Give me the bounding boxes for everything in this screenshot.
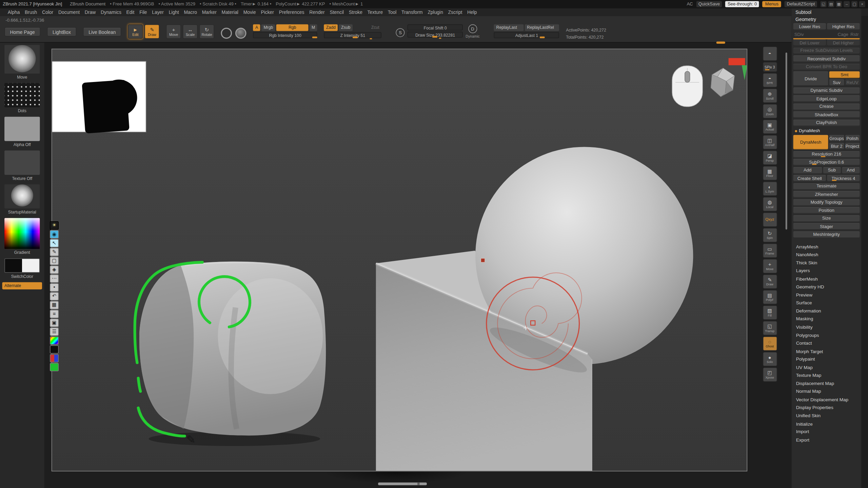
adjust-last-slider[interactable]: AdjustLast 1 bbox=[494, 32, 559, 38]
mrgb-button[interactable]: Mrgb bbox=[261, 24, 275, 31]
shelf-button[interactable]: ◪ Persp bbox=[763, 150, 777, 165]
redblue-swatch[interactable] bbox=[50, 354, 59, 362]
menu-item[interactable]: Tool bbox=[388, 9, 396, 15]
reuv-button[interactable]: ReUV bbox=[845, 79, 860, 86]
bpr-render-button[interactable]: ◓ bbox=[763, 46, 777, 61]
menu-item[interactable]: Zscript bbox=[448, 9, 462, 15]
palette-section[interactable]: Export bbox=[793, 436, 860, 444]
project-toggle[interactable]: Project bbox=[845, 143, 860, 149]
menu-item[interactable]: Edit bbox=[126, 9, 135, 15]
shelf-button[interactable]: + Move bbox=[763, 259, 777, 273]
menu-item[interactable]: Transform bbox=[401, 9, 423, 15]
shelf-button[interactable]: ◱ Transp bbox=[763, 321, 777, 335]
menu-item[interactable]: Zplugin bbox=[428, 9, 443, 15]
palette-section[interactable]: Layers bbox=[793, 267, 860, 275]
tray-item[interactable]: Alternate bbox=[4, 282, 40, 289]
zscript-button[interactable]: DefaultZScript bbox=[785, 1, 817, 7]
brush-preview-solid[interactable] bbox=[235, 28, 246, 39]
pencil-icon[interactable]: ✎ bbox=[50, 248, 59, 256]
canvas-horizontal-scrollbar[interactable] bbox=[378, 483, 427, 485]
shelf-button[interactable]: ▣ Actual bbox=[763, 120, 777, 134]
palette-section[interactable]: Visibility bbox=[793, 323, 860, 331]
blur-slider[interactable]: Blur 2 bbox=[829, 143, 844, 149]
shelf-button[interactable]: ▦ Floor bbox=[763, 166, 777, 180]
subprojection-slider[interactable]: SubProjection 0.6 bbox=[793, 159, 860, 166]
zadd-button[interactable]: Zadd bbox=[324, 24, 338, 31]
select-cursor-icon[interactable]: ↖ bbox=[50, 239, 59, 247]
shelf-button[interactable]: ◐ L.Sym bbox=[763, 182, 777, 196]
palette-section[interactable]: Polygroups bbox=[793, 331, 860, 339]
layout-toggle-icon[interactable]: ▤ bbox=[828, 1, 834, 7]
palette-section[interactable]: Contact bbox=[793, 339, 860, 347]
menu-item[interactable]: Color bbox=[42, 9, 53, 15]
modify-topology-button[interactable]: Modify Topology bbox=[793, 199, 860, 206]
and-toggle[interactable]: And bbox=[842, 167, 860, 174]
shelf-button[interactable]: ◫ AAHalf bbox=[763, 135, 777, 149]
dynamic-label[interactable]: Dynamic bbox=[466, 34, 479, 38]
live-boolean-button[interactable]: Live Boolean bbox=[83, 27, 121, 37]
tray-item[interactable]: Texture Off bbox=[4, 150, 40, 181]
higher-res-button[interactable]: Higher Res bbox=[827, 23, 860, 30]
shelf-button[interactable]: ▤ PolyF bbox=[763, 290, 777, 304]
shelf-resize-handle[interactable] bbox=[716, 41, 725, 44]
menu-item[interactable]: Stencil bbox=[330, 9, 344, 15]
visibility-icon[interactable]: ◉ bbox=[50, 230, 59, 238]
palette-section[interactable]: Deformation bbox=[793, 307, 860, 315]
tag-icon[interactable]: ◈ bbox=[50, 266, 59, 274]
image-icon[interactable]: ▣ bbox=[50, 319, 59, 327]
dynamesh-button[interactable]: DynaMesh bbox=[793, 135, 828, 149]
palette-section[interactable]: Initialize bbox=[793, 420, 860, 428]
right-tray-scrollbar[interactable] bbox=[786, 53, 787, 229]
menu-item[interactable]: Light bbox=[169, 9, 179, 15]
crease-button[interactable]: Crease bbox=[793, 103, 860, 110]
position-button[interactable]: Position bbox=[793, 207, 860, 214]
palette-section[interactable]: Displacement Map bbox=[793, 380, 860, 388]
size-button[interactable]: Size bbox=[793, 215, 860, 222]
focal-shift-slider[interactable]: Focal Shift 0 bbox=[408, 24, 463, 30]
lower-res-button[interactable]: Lower Res bbox=[793, 23, 826, 30]
del-lower-button[interactable]: Del Lower bbox=[793, 39, 826, 46]
geometry-palette-header[interactable]: Geometry bbox=[793, 16, 860, 23]
palette-section[interactable]: Display Properties bbox=[793, 404, 860, 412]
edgeloop-button[interactable]: EdgeLoop bbox=[793, 95, 860, 102]
rect-icon[interactable]: ▢ bbox=[50, 257, 59, 265]
menu-item[interactable]: Movie bbox=[243, 9, 256, 15]
rstr-button[interactable]: Rstr bbox=[850, 32, 859, 37]
doc-view-icon[interactable]: ◱ bbox=[821, 1, 827, 7]
menu-item[interactable]: Macro bbox=[184, 9, 197, 15]
del-higher-button[interactable]: Del Higher bbox=[827, 39, 860, 46]
panels-toggle-icon[interactable]: ▦ bbox=[836, 1, 842, 7]
shelf-button[interactable]: ▭ Frame bbox=[763, 243, 777, 258]
claypolish-button[interactable]: ClayPolish bbox=[793, 119, 860, 126]
menu-item[interactable]: Brush bbox=[25, 9, 37, 15]
minimize-icon[interactable]: – bbox=[844, 1, 850, 7]
palette-section[interactable]: FiberMesh bbox=[793, 275, 860, 283]
edit-button[interactable]: ► Edit bbox=[128, 24, 143, 39]
draw-size-slider[interactable]: Draw Size 233.82281 bbox=[408, 32, 463, 38]
palette-section[interactable]: Preview bbox=[793, 291, 860, 299]
zsub-button[interactable]: Zsub bbox=[339, 24, 353, 31]
menus-button[interactable]: Menus bbox=[763, 1, 782, 7]
see-through-slider[interactable]: See-through: 0 bbox=[725, 1, 759, 7]
freeze-subdivision-button[interactable]: Freeze SubDivision Levels bbox=[793, 47, 860, 54]
divide-button[interactable]: Divide bbox=[793, 72, 828, 86]
suv-toggle[interactable]: Suv bbox=[829, 79, 844, 86]
menu-item[interactable]: Texture bbox=[368, 9, 383, 15]
trash-icon[interactable]: ▦ bbox=[50, 301, 59, 309]
dynamic-d-icon[interactable]: D bbox=[468, 24, 477, 33]
maximize-icon[interactable]: ▢ bbox=[851, 1, 857, 7]
palette-section[interactable]: UV Map bbox=[793, 363, 860, 371]
shelf-button[interactable]: ● Solo bbox=[763, 352, 777, 366]
palette-section[interactable]: Texture Map bbox=[793, 371, 860, 380]
replay-last-rel-button[interactable]: ReplayLastRel bbox=[525, 24, 559, 31]
menu-item[interactable]: Draw bbox=[85, 9, 96, 15]
tray-item[interactable]: Gradient bbox=[4, 218, 40, 255]
shelf-button[interactable]: ◓ BPR bbox=[763, 73, 777, 87]
palette-section[interactable]: Surface bbox=[793, 299, 860, 307]
cage-button[interactable]: Cage bbox=[838, 32, 848, 37]
palette-section[interactable]: Normal Map bbox=[793, 387, 860, 395]
smt-toggle[interactable]: Smt bbox=[829, 72, 860, 78]
resolution-slider[interactable]: Resolution 216 bbox=[793, 151, 860, 158]
tray-item[interactable]: StartupMaterial bbox=[4, 184, 40, 215]
sub-toggle[interactable]: Sub bbox=[823, 167, 841, 174]
